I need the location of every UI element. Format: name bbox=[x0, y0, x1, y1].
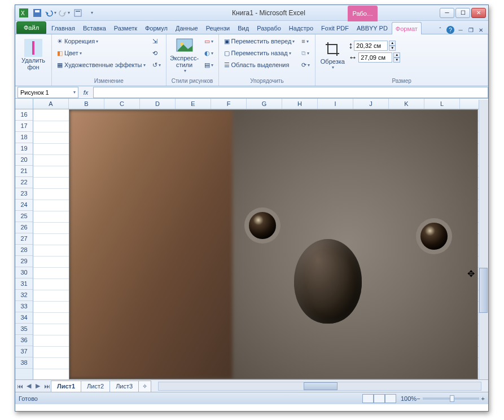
sheet-nav-prev[interactable]: ◀ bbox=[24, 381, 33, 391]
row-header[interactable]: 36 bbox=[15, 335, 33, 346]
picture-layout-button[interactable]: ▤▾ bbox=[201, 59, 216, 70]
height-field[interactable]: ↕ ▲▼ bbox=[348, 40, 400, 51]
tab-developer[interactable]: Разрабо bbox=[253, 21, 285, 34]
view-pagebreak-button[interactable] bbox=[385, 394, 396, 403]
picture-effects-button[interactable]: ◐▾ bbox=[201, 47, 216, 59]
row-header[interactable]: 30 bbox=[15, 267, 33, 278]
column-header[interactable]: G bbox=[247, 99, 282, 109]
tab-home[interactable]: Главная bbox=[47, 21, 79, 34]
remove-background-button[interactable]: Удалить фон bbox=[17, 36, 49, 74]
save-icon[interactable] bbox=[31, 7, 43, 19]
redo-icon[interactable]: ▾ bbox=[58, 7, 71, 19]
width-spinner[interactable]: ▲▼ bbox=[393, 52, 400, 63]
row-header[interactable]: 26 bbox=[15, 222, 33, 233]
quick-styles-button[interactable]: Экспресс-стили▾ bbox=[169, 36, 200, 74]
row-header[interactable]: 18 bbox=[15, 132, 33, 143]
row-header[interactable]: 27 bbox=[15, 233, 33, 245]
view-pagelayout-button[interactable] bbox=[374, 394, 385, 403]
row-header[interactable]: 21 bbox=[15, 166, 33, 177]
tab-pagelayout[interactable]: Разметк bbox=[110, 21, 141, 34]
column-header[interactable]: F bbox=[211, 99, 247, 109]
hscroll-thumb[interactable] bbox=[304, 382, 338, 390]
sheet-nav-next[interactable]: ▶ bbox=[33, 381, 42, 391]
view-normal-button[interactable] bbox=[362, 394, 374, 403]
corrections-button[interactable]: ☀ Коррекция▾ bbox=[54, 36, 148, 47]
vscroll-thumb[interactable] bbox=[479, 268, 488, 313]
sheet-nav-first[interactable]: ⏮ bbox=[15, 381, 24, 391]
qat-extra-icon[interactable] bbox=[72, 7, 84, 19]
tab-formulas[interactable]: Формул bbox=[141, 21, 172, 34]
minimize-button[interactable]: ─ bbox=[440, 8, 454, 18]
picture-border-button[interactable]: ▭▾ bbox=[201, 36, 216, 47]
help-icon[interactable]: ? bbox=[446, 26, 454, 34]
row-header[interactable]: 32 bbox=[15, 290, 33, 301]
select-all-corner[interactable] bbox=[15, 99, 33, 109]
row-header[interactable]: 28 bbox=[15, 245, 33, 256]
row-header[interactable]: 22 bbox=[15, 177, 33, 188]
tab-review[interactable]: Рецензи bbox=[202, 21, 234, 34]
column-header[interactable]: C bbox=[104, 99, 140, 109]
minimize-ribbon-icon[interactable]: ˆ bbox=[436, 26, 444, 34]
tab-file[interactable]: Файл bbox=[16, 21, 46, 34]
zoom-in-button[interactable]: + bbox=[481, 395, 485, 402]
rotate-button[interactable]: ⟳▾ bbox=[299, 59, 313, 70]
workbook-minimize-icon[interactable]: ─ bbox=[457, 26, 464, 34]
row-header[interactable]: 16 bbox=[15, 109, 33, 121]
artistic-effects-button[interactable]: ▦ Художественные эффекты▾ bbox=[54, 59, 148, 70]
row-header[interactable]: 37 bbox=[15, 346, 33, 357]
column-header[interactable]: L bbox=[424, 99, 460, 109]
bring-forward-button[interactable]: ▣ Переместить вперед▾ bbox=[221, 36, 298, 47]
width-field[interactable]: ↔ ▲▼ bbox=[348, 52, 400, 63]
column-header[interactable]: H bbox=[282, 99, 318, 109]
name-box[interactable]: Рисунок 1▾ bbox=[17, 87, 78, 98]
undo-icon[interactable]: ▾ bbox=[45, 7, 57, 19]
tab-view[interactable]: Вид bbox=[234, 21, 253, 34]
align-button[interactable]: ≡▾ bbox=[299, 36, 313, 47]
row-header[interactable]: 38 bbox=[15, 357, 33, 369]
zoom-out-button[interactable]: − bbox=[417, 395, 420, 402]
row-header[interactable]: 23 bbox=[15, 188, 33, 200]
column-header[interactable]: K bbox=[389, 99, 424, 109]
formula-input[interactable] bbox=[93, 87, 488, 98]
qat-customize-icon[interactable]: ▾ bbox=[85, 7, 98, 19]
row-header[interactable]: 34 bbox=[15, 312, 33, 324]
spreadsheet-grid[interactable]: A B C D E F G H I J K L 1617181920212223… bbox=[15, 99, 488, 379]
workbook-close-icon[interactable]: ✕ bbox=[477, 26, 485, 34]
close-button[interactable]: ✕ bbox=[471, 8, 486, 18]
height-spinner[interactable]: ▲▼ bbox=[389, 41, 396, 51]
row-header[interactable]: 31 bbox=[15, 278, 33, 290]
sheet-nav-last[interactable]: ⏭ bbox=[42, 381, 51, 391]
width-input[interactable] bbox=[358, 52, 392, 63]
row-header[interactable]: 24 bbox=[15, 200, 33, 211]
column-header[interactable]: B bbox=[69, 99, 104, 109]
fx-button[interactable]: fx bbox=[80, 87, 92, 98]
row-header[interactable]: 25 bbox=[15, 211, 33, 222]
zoom-thumb[interactable] bbox=[450, 395, 454, 402]
sheet-tab-2[interactable]: Лист2 bbox=[81, 381, 110, 392]
horizontal-scrollbar[interactable] bbox=[158, 382, 481, 391]
column-header[interactable]: J bbox=[353, 99, 389, 109]
group-objects-button[interactable]: ⧉▾ bbox=[299, 47, 313, 59]
row-header[interactable]: 20 bbox=[15, 154, 33, 166]
row-header[interactable]: 33 bbox=[15, 301, 33, 312]
tab-addins[interactable]: Надстро bbox=[285, 21, 317, 34]
crop-button[interactable]: Обрезка▾ bbox=[318, 36, 347, 74]
maximize-button[interactable]: ☐ bbox=[455, 8, 470, 18]
sheet-tab-1[interactable]: Лист1 bbox=[51, 381, 81, 392]
zoom-slider[interactable]: − + bbox=[417, 395, 485, 402]
color-button[interactable]: ◧ Цвет▾ bbox=[54, 47, 148, 59]
new-sheet-button[interactable]: ✧ bbox=[138, 381, 151, 392]
row-header[interactable]: 29 bbox=[15, 256, 33, 267]
reset-picture-button[interactable]: ↺▾ bbox=[150, 59, 164, 70]
compress-pictures-button[interactable]: ⇲ bbox=[150, 36, 164, 47]
sheet-tab-3[interactable]: Лист3 bbox=[109, 381, 139, 392]
tab-format[interactable]: Формат bbox=[392, 22, 422, 34]
selection-pane-button[interactable]: ☰ Область выделения bbox=[221, 59, 298, 70]
row-header[interactable]: 35 bbox=[15, 324, 33, 335]
column-header[interactable]: I bbox=[318, 99, 353, 109]
height-input[interactable] bbox=[354, 41, 388, 51]
column-header[interactable]: D bbox=[140, 99, 176, 109]
tab-foxit[interactable]: Foxit PDF bbox=[317, 21, 353, 34]
row-header[interactable]: 17 bbox=[15, 121, 33, 132]
workbook-restore-icon[interactable]: ❐ bbox=[467, 26, 475, 34]
